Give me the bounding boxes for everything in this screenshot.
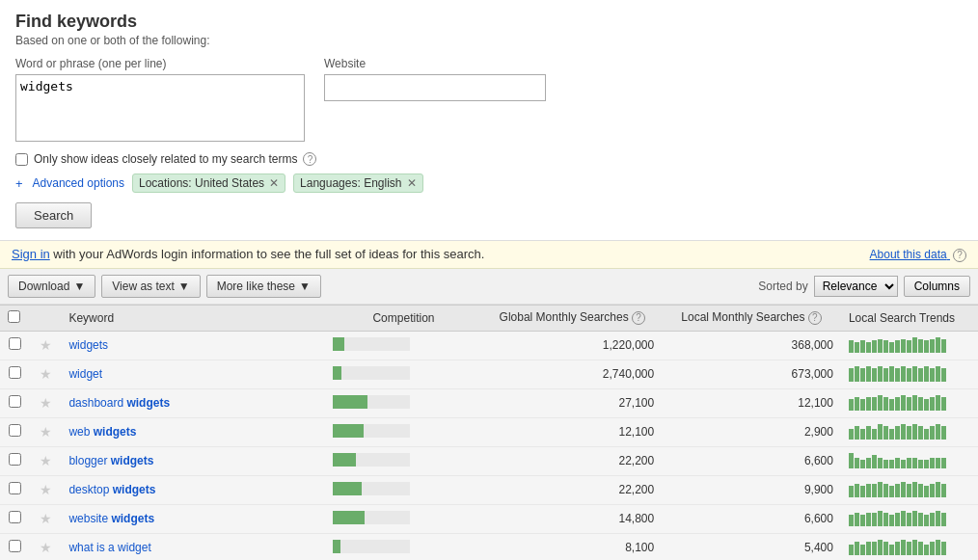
keyword-bold-link[interactable]: widgets xyxy=(111,454,154,467)
trend-bar xyxy=(849,429,854,440)
competition-bar-container xyxy=(333,511,410,524)
row-checkbox[interactable] xyxy=(9,395,21,408)
trend-bar xyxy=(889,366,894,382)
row-checkbox[interactable] xyxy=(9,453,21,466)
trend-bar xyxy=(912,482,917,497)
competition-bar-container xyxy=(333,337,410,351)
star-icon[interactable]: ★ xyxy=(40,511,52,526)
signin-link[interactable]: Sign in xyxy=(12,247,50,261)
keyword-bold-link[interactable]: widgets xyxy=(111,512,154,525)
trend-bar xyxy=(889,399,894,411)
trend-bar xyxy=(924,366,929,382)
trend-bar xyxy=(930,368,935,382)
search-button[interactable]: Search xyxy=(15,202,92,228)
trend-bar xyxy=(912,458,917,468)
keyword-link[interactable]: widgets xyxy=(68,338,108,352)
keyword-cell: blogger widgets xyxy=(61,446,324,475)
row-checkbox[interactable] xyxy=(9,511,21,523)
competition-bar xyxy=(333,482,362,495)
trend-bar xyxy=(883,513,888,526)
trend-bar xyxy=(878,540,883,555)
star-icon[interactable]: ★ xyxy=(40,424,52,440)
row-checkbox[interactable] xyxy=(9,366,21,379)
related-checkbox[interactable] xyxy=(15,153,28,166)
trend-cell xyxy=(841,388,978,417)
keyword-link[interactable]: widget xyxy=(68,367,102,381)
global-help-icon[interactable]: ? xyxy=(632,311,645,325)
trend-bar xyxy=(895,458,900,468)
trend-bar xyxy=(941,484,946,497)
trend-bar xyxy=(883,426,888,440)
columns-button[interactable]: Columns xyxy=(904,276,970,297)
trend-bars xyxy=(849,509,946,526)
trend-bar xyxy=(855,484,859,497)
more-like-these-button[interactable]: More like these ▼ xyxy=(206,275,321,298)
trend-bar xyxy=(855,426,859,440)
trend-bar xyxy=(855,397,859,411)
trend-bar xyxy=(878,482,883,497)
trend-bar xyxy=(895,426,900,440)
local-help-icon[interactable]: ? xyxy=(808,311,822,325)
keyword-link[interactable]: desktop xyxy=(68,483,109,496)
competition-cell xyxy=(325,388,483,417)
trend-bar xyxy=(855,458,859,468)
competition-bar xyxy=(333,511,366,524)
local-monthly-cell: 6,600 xyxy=(662,504,841,533)
trend-bar xyxy=(855,542,859,555)
trend-bar xyxy=(895,397,900,411)
row-checkbox[interactable] xyxy=(9,482,21,494)
relevance-select[interactable]: Relevance xyxy=(814,276,898,297)
select-all-checkbox[interactable] xyxy=(8,310,20,323)
trend-bar xyxy=(878,458,883,468)
page-title: Find keywords xyxy=(15,12,963,32)
local-monthly-cell: 9,900 xyxy=(662,475,841,504)
help-icon[interactable]: ? xyxy=(303,152,316,166)
row-checkbox[interactable] xyxy=(9,337,21,350)
trend-bar xyxy=(849,453,854,468)
signin-rest: with your AdWords login information to s… xyxy=(50,247,485,261)
location-close-btn[interactable]: ✕ xyxy=(269,177,279,189)
about-data-help-icon[interactable]: ? xyxy=(953,249,966,262)
website-input[interactable] xyxy=(324,74,546,101)
star-icon[interactable]: ★ xyxy=(40,453,52,468)
keyword-link[interactable]: blogger xyxy=(68,454,107,467)
trend-bar xyxy=(936,458,940,468)
about-data-link[interactable]: About this data ? xyxy=(870,248,966,261)
advanced-options-link[interactable]: Advanced options xyxy=(33,176,124,190)
trend-bar xyxy=(941,513,946,526)
trend-bar xyxy=(901,395,906,411)
competition-bar xyxy=(333,540,340,553)
trend-cell xyxy=(841,504,978,533)
star-icon[interactable]: ★ xyxy=(40,337,52,353)
word-input[interactable]: widgets xyxy=(15,74,305,142)
trend-bar xyxy=(941,397,946,411)
star-icon[interactable]: ★ xyxy=(40,395,52,411)
trend-bar xyxy=(901,339,906,353)
star-icon[interactable]: ★ xyxy=(40,482,52,497)
trend-bar xyxy=(924,545,929,555)
download-button[interactable]: Download ▼ xyxy=(8,275,95,298)
keyword-bold-link[interactable]: widgets xyxy=(126,396,170,410)
keyword-link[interactable]: web xyxy=(68,425,90,439)
view-as-text-button[interactable]: View as text ▼ xyxy=(101,275,200,298)
keyword-link[interactable]: website xyxy=(68,512,108,525)
global-monthly-header: Global Monthly Searches ? xyxy=(482,305,662,331)
global-monthly-cell: 27,100 xyxy=(482,388,662,417)
language-close-btn[interactable]: ✕ xyxy=(407,177,417,189)
star-icon[interactable]: ★ xyxy=(40,366,52,382)
keyword-link[interactable]: dashboard xyxy=(68,396,123,410)
row-checkbox[interactable] xyxy=(9,424,21,437)
global-monthly-cell: 1,220,000 xyxy=(482,331,662,360)
keyword-bold-link[interactable]: widgets xyxy=(94,425,137,439)
star-icon[interactable]: ★ xyxy=(40,540,52,555)
trend-bar xyxy=(924,515,929,526)
row-checkbox[interactable] xyxy=(9,540,21,552)
competition-cell xyxy=(325,417,483,446)
trend-bar xyxy=(889,515,894,526)
keyword-bold-link[interactable]: widgets xyxy=(113,483,156,496)
keywords-table: Keyword Competition Global Monthly Searc… xyxy=(0,305,978,561)
table-row: ★desktop widgets22,2009,900 xyxy=(0,475,978,504)
trend-bar xyxy=(860,545,865,555)
keyword-link[interactable]: what is a widget xyxy=(68,541,150,554)
trend-bar xyxy=(901,511,906,526)
